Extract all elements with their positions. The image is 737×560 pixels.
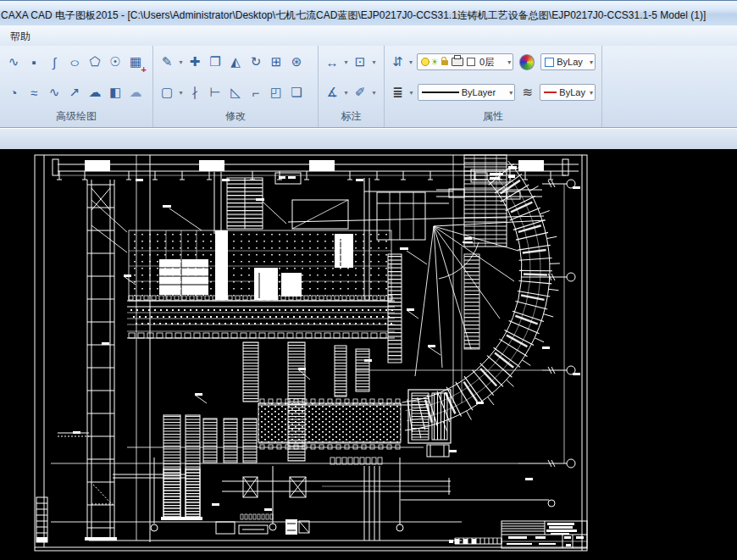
linetype-sample bbox=[422, 91, 459, 93]
lineweight-icon[interactable]: ≣ bbox=[388, 81, 407, 103]
layer-lock-icon bbox=[441, 60, 448, 65]
document-tab-strip bbox=[0, 127, 737, 149]
dimension-icon-dropdown[interactable]: ▾ bbox=[342, 58, 350, 66]
chamfer-icon[interactable]: ◺ bbox=[225, 81, 246, 103]
linecolor-combo-arrow: ▾ bbox=[587, 89, 593, 97]
revision-cloud-line-icon[interactable]: ☁ bbox=[85, 81, 105, 103]
linetype-style-icon[interactable]: ≋ bbox=[518, 81, 537, 103]
current-color-swatch bbox=[545, 58, 554, 67]
linecolor-sample bbox=[544, 91, 557, 93]
current-linecolor-value: ByLay bbox=[559, 87, 585, 97]
point-icon[interactable]: ▪ bbox=[24, 51, 44, 73]
current-color-value: ByLay bbox=[557, 57, 583, 67]
menu-item-help[interactable]: 帮助 bbox=[7, 29, 34, 45]
layer-frozen-sun-icon: ☀ bbox=[430, 57, 439, 68]
drawing-viewport[interactable] bbox=[0, 149, 737, 560]
text-edit-icon-dropdown[interactable]: ▾ bbox=[370, 89, 378, 97]
ribbon-group-properties: ⇵▾ ☀ 0层 ▾ ByLay ▾ ≣▾ bbox=[385, 46, 602, 127]
datum-tolerance-icon-dropdown[interactable]: ▾ bbox=[370, 58, 378, 66]
pointer-arrow-icon[interactable]: ↗ bbox=[64, 81, 85, 103]
color-combo-arrow: ▾ bbox=[587, 58, 593, 66]
color-wheel-icon[interactable] bbox=[519, 54, 535, 70]
offset-icon[interactable]: ⊛ bbox=[286, 51, 307, 73]
window-title: CAXA CAD 电子图板2015 - [C:\Users\Administra… bbox=[1, 8, 706, 23]
mirror-icon[interactable]: ◭ bbox=[225, 51, 246, 73]
ribbon-group-advanced-draw: ∿▪∫○⬠☉▦◔≈∿↗☁◧☁ 高级绘图 bbox=[0, 46, 153, 127]
layer-visible-bulb-icon bbox=[421, 58, 429, 66]
layer-combo-arrow: ▾ bbox=[505, 58, 511, 66]
coordinate-dim-icon-dropdown[interactable]: ▾ bbox=[342, 89, 350, 97]
layer-switch-icon[interactable]: ⇵ bbox=[388, 51, 407, 73]
overlay-icon[interactable]: ❏ bbox=[286, 81, 307, 103]
table-icon[interactable]: ▦ bbox=[125, 51, 146, 73]
drawing-canvas[interactable] bbox=[0, 149, 737, 560]
datum-tolerance-icon[interactable]: ⊡ bbox=[350, 51, 370, 73]
revision-cloud-icon[interactable]: ☁ bbox=[125, 81, 146, 103]
corner-icon[interactable]: ⌐ bbox=[246, 81, 266, 103]
array-icon[interactable]: ⊞ bbox=[266, 51, 286, 73]
menu-bar: 帮助 bbox=[0, 25, 737, 46]
polygon-icon[interactable]: ⬠ bbox=[85, 51, 105, 73]
linecolor-combo[interactable]: ByLay ▾ bbox=[540, 84, 596, 101]
group-label-modify: 修改 bbox=[153, 109, 318, 124]
layer-combo[interactable]: ☀ 0层 ▾ bbox=[417, 53, 513, 70]
pie-wedge-icon[interactable]: ◔ bbox=[3, 81, 24, 103]
stretch-icon[interactable]: ▢ bbox=[157, 81, 177, 103]
linetype-combo[interactable]: ByLayer ▾ bbox=[418, 84, 516, 101]
stretch-icon-dropdown[interactable]: ▾ bbox=[177, 89, 185, 97]
extend-icon[interactable]: ⊢ bbox=[205, 81, 225, 103]
group-label-dimension: 标注 bbox=[319, 109, 384, 124]
spline-icon[interactable]: ∿ bbox=[3, 51, 24, 73]
group-label-advanced-draw: 高级绘图 bbox=[0, 109, 152, 124]
trim-icon[interactable]: ∤ bbox=[185, 81, 205, 103]
erase-icon-dropdown[interactable]: ▾ bbox=[177, 58, 185, 66]
copy-icon[interactable]: ❐ bbox=[205, 51, 225, 73]
ribbon: ∿▪∫○⬠☉▦◔≈∿↗☁◧☁ 高级绘图 ✎▾✚❐◭↻⊞⊛▢▾∤⊢◺⌐◰❏ 修改 … bbox=[0, 46, 737, 127]
dimension-icon[interactable]: ↔ bbox=[322, 51, 342, 73]
layer-color-swatch bbox=[467, 58, 475, 66]
rotate-icon[interactable]: ↻ bbox=[246, 51, 266, 73]
ribbon-group-modify: ✎▾✚❐◭↻⊞⊛▢▾∤⊢◺⌐◰❏ 修改 bbox=[153, 46, 319, 127]
current-layer-value: 0层 bbox=[479, 56, 494, 69]
ribbon-group-dimension: ↔▾⊡▾∡▾✐▾ 标注 bbox=[319, 46, 385, 127]
color-combo[interactable]: ByLay ▾ bbox=[540, 53, 596, 70]
group-label-properties: 属性 bbox=[385, 109, 601, 124]
move-icon[interactable]: ✚ bbox=[185, 51, 205, 73]
coordinate-dim-icon[interactable]: ∡ bbox=[322, 81, 342, 103]
cad-drawing bbox=[35, 155, 587, 551]
current-linetype-value: ByLayer bbox=[462, 87, 496, 97]
profile-icon[interactable]: ◧ bbox=[105, 81, 125, 103]
spring-curve-icon[interactable]: ≈ bbox=[24, 81, 44, 103]
explode-icon[interactable]: ◰ bbox=[266, 81, 286, 103]
erase-icon[interactable]: ✎ bbox=[157, 51, 177, 73]
title-bar: CAXA CAD 电子图板2015 - [C:\Users\Administra… bbox=[0, 0, 737, 25]
linetype-combo-arrow: ▾ bbox=[507, 89, 513, 97]
text-edit-icon[interactable]: ✐ bbox=[350, 81, 370, 103]
circle-tangent-icon[interactable]: ☉ bbox=[105, 51, 125, 73]
formula-curve-icon[interactable]: ∿ bbox=[44, 81, 64, 103]
layer-print-icon bbox=[452, 58, 463, 66]
